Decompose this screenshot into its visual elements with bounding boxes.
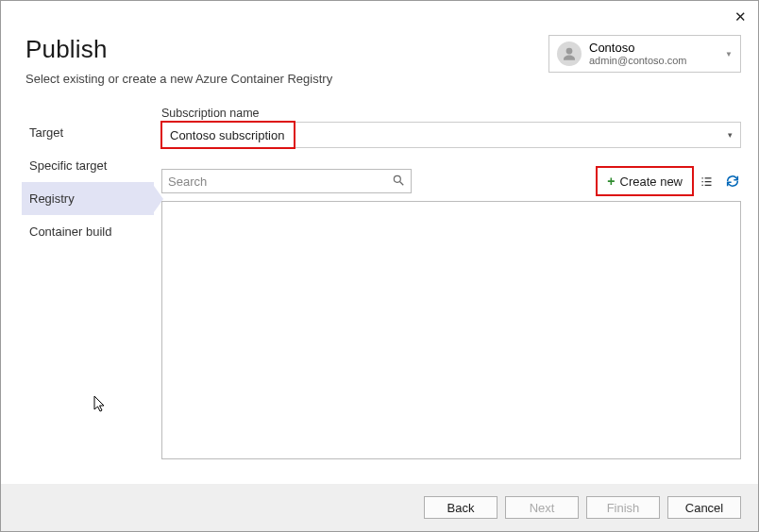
account-email: admin@contoso.com xyxy=(589,55,687,66)
finish-button: Finish xyxy=(586,496,660,519)
step-registry[interactable]: Registry xyxy=(22,182,154,215)
close-button[interactable]: ✕ xyxy=(734,8,747,25)
subscription-label: Subscription name xyxy=(161,107,741,120)
cursor-icon xyxy=(93,395,109,418)
account-picker[interactable]: Contoso admin@contoso.com ▼ xyxy=(548,35,741,73)
create-new-button[interactable]: + Create new xyxy=(601,172,688,191)
step-container-build[interactable]: Container build xyxy=(22,215,154,248)
page-title: Publish xyxy=(25,35,332,64)
account-name: Contoso xyxy=(589,42,687,55)
wizard-steps: Target Specific target Registry Containe… xyxy=(22,116,154,248)
svg-point-1 xyxy=(394,175,400,182)
subscription-value: Contoso subscription xyxy=(170,128,284,142)
step-specific-target[interactable]: Specific target xyxy=(22,149,154,182)
chevron-down-icon: ▾ xyxy=(728,130,733,140)
search-input[interactable]: Search xyxy=(161,169,412,193)
svg-point-0 xyxy=(566,48,573,55)
avatar-icon xyxy=(557,42,582,66)
refresh-icon[interactable] xyxy=(724,173,741,190)
step-target[interactable]: Target xyxy=(22,116,154,149)
plus-icon: + xyxy=(607,174,615,189)
search-icon xyxy=(392,174,405,190)
wizard-footer: Back Next Finish Cancel xyxy=(1,484,758,531)
subscription-dropdown[interactable]: Contoso subscription ▾ xyxy=(161,122,741,148)
next-button: Next xyxy=(505,496,579,519)
view-tree-icon[interactable] xyxy=(698,173,715,190)
chevron-down-icon: ▼ xyxy=(725,50,733,58)
back-button[interactable]: Back xyxy=(424,496,498,519)
cancel-button[interactable]: Cancel xyxy=(667,496,741,519)
registry-list[interactable] xyxy=(161,201,741,459)
svg-line-2 xyxy=(400,181,404,185)
page-subtitle: Select existing or create a new Azure Co… xyxy=(25,72,332,86)
search-placeholder: Search xyxy=(168,175,207,189)
create-new-label: Create new xyxy=(620,175,683,189)
